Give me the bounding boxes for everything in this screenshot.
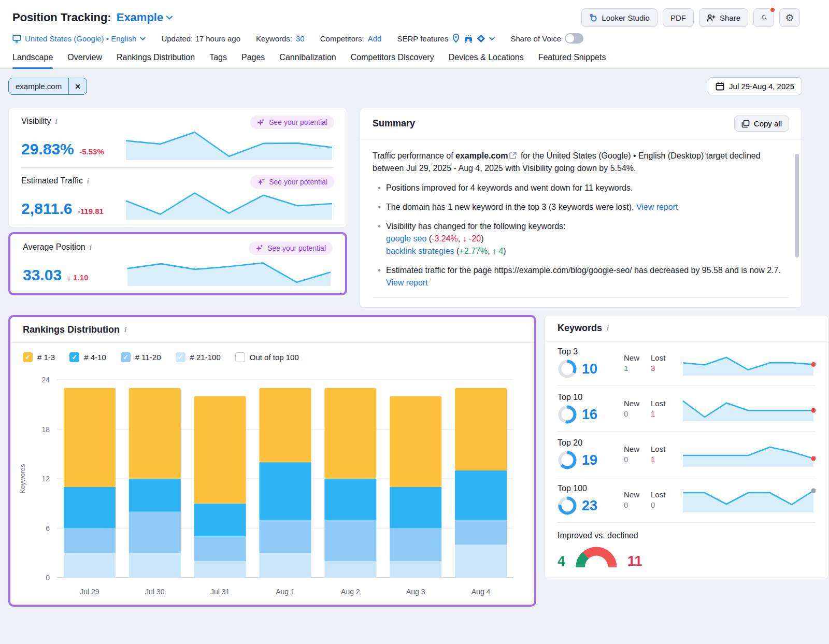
summary-text: ↓ -20 bbox=[463, 234, 481, 243]
summary-text: The domain has 1 new keyword in the top … bbox=[386, 203, 636, 211]
kw-new-lost: New0Lost1 bbox=[624, 399, 674, 418]
tab-pages[interactable]: Pages bbox=[241, 53, 265, 68]
legend-label: # 11-20 bbox=[135, 353, 161, 362]
summary-bullet: •Positions improved for 4 keywords and w… bbox=[373, 182, 783, 194]
keywords-card: Keywords i Top 310New1Lost3Top 1016New0L… bbox=[545, 315, 828, 579]
competitors-add-link[interactable]: Add bbox=[368, 34, 382, 43]
keywords-row-top-10: Top 1016New0Lost1 bbox=[545, 387, 828, 430]
average-position-sparkline bbox=[125, 254, 333, 286]
kw-sparkline bbox=[681, 442, 816, 467]
info-icon[interactable]: i bbox=[607, 324, 609, 333]
kw-lost-label: Lost bbox=[651, 445, 665, 453]
summary-bullet: •Visibility has changed for the followin… bbox=[373, 220, 783, 257]
instant-answer-icon bbox=[477, 34, 485, 43]
chip-close-icon[interactable]: ✕ bbox=[68, 78, 87, 94]
legend-checkbox--1-3[interactable]: ✓# 1-3 bbox=[23, 352, 55, 362]
keywords-row-top-3: Top 310New1Lost3 bbox=[545, 341, 828, 384]
legend-checkbox-out-of-top-100[interactable]: Out of top 100 bbox=[235, 352, 299, 362]
scrollbar-thumb[interactable] bbox=[795, 154, 799, 257]
kw-new-label: New bbox=[624, 445, 639, 453]
view-report-link[interactable]: View report bbox=[636, 203, 678, 211]
rankings-distribution-title: Rankings Distribution i bbox=[23, 324, 126, 335]
project-selector[interactable]: Example bbox=[117, 11, 173, 24]
kw-lost-value: 3 bbox=[651, 364, 665, 373]
notifications-button[interactable] bbox=[753, 8, 774, 27]
bullet-marker: • bbox=[373, 220, 386, 257]
tab-landscape[interactable]: Landscape bbox=[12, 53, 53, 68]
kw-lost-label: Lost bbox=[651, 353, 665, 362]
keywords-value-link[interactable]: 30 bbox=[296, 34, 305, 43]
tab-tags[interactable]: Tags bbox=[209, 53, 227, 68]
see-potential-pill[interactable]: See your potential bbox=[250, 116, 334, 129]
see-potential-pill[interactable]: See your potential bbox=[250, 175, 334, 189]
target-selector[interactable]: United States (Google) • English bbox=[12, 34, 146, 43]
competitors-add: Competitors: Add bbox=[320, 34, 382, 43]
tab-cannibalization[interactable]: Cannibalization bbox=[279, 53, 336, 68]
bullet-line: Estimated traffic for the page https://e… bbox=[386, 264, 783, 289]
info-icon[interactable]: i bbox=[55, 117, 58, 126]
info-icon[interactable]: i bbox=[87, 177, 89, 185]
keywords-row-top-20: Top 2019New0Lost1 bbox=[545, 433, 828, 476]
share-of-voice-toggle[interactable] bbox=[565, 33, 583, 44]
settings-button[interactable]: ⚙ bbox=[779, 8, 800, 27]
share-user-plus-icon bbox=[707, 14, 716, 22]
toggle-knob bbox=[566, 34, 574, 42]
divider bbox=[558, 522, 816, 523]
legend-checkbox--4-10[interactable]: ✓# 4-10 bbox=[69, 352, 106, 362]
kw-donut-line: 16 bbox=[558, 405, 619, 424]
sparkles-icon bbox=[255, 244, 264, 252]
estimated-traffic-delta: -119.81 bbox=[78, 207, 104, 216]
kw-lost-value: 0 bbox=[651, 500, 665, 509]
see-potential-pill[interactable]: See your potential bbox=[249, 241, 333, 255]
bell-icon bbox=[761, 13, 766, 22]
tab-devices-locations[interactable]: Devices & Locations bbox=[449, 53, 524, 68]
competitors-label: Competitors: bbox=[320, 34, 364, 43]
kw-new-value: 0 bbox=[624, 455, 639, 464]
info-icon[interactable]: i bbox=[90, 243, 92, 252]
summary-text: example.com bbox=[455, 151, 508, 160]
tab-competitors-discovery[interactable]: Competitors Discovery bbox=[351, 53, 434, 68]
summary-intro: Traffic performance of example.com for t… bbox=[373, 150, 783, 175]
bullet-line: backlink strategies (+2.77%, ↑ 4) bbox=[386, 245, 566, 257]
domain-chip-label[interactable]: example.com bbox=[9, 78, 68, 94]
average-position-label: Average Position bbox=[23, 242, 85, 252]
svg-text:Jul 30: Jul 30 bbox=[145, 588, 165, 596]
tab-overview[interactable]: Overview bbox=[67, 53, 102, 68]
desktop-icon bbox=[12, 35, 21, 42]
summary-text: , bbox=[488, 247, 492, 255]
date-range-label: Jul 29-Aug 4, 2025 bbox=[729, 82, 794, 91]
serp-features[interactable]: SERP features bbox=[397, 34, 495, 43]
summary-text: ) bbox=[503, 247, 506, 255]
view-report-link[interactable]: View report bbox=[386, 278, 428, 287]
summary-text: ↑ 4 bbox=[492, 247, 503, 255]
share-button[interactable]: Share bbox=[699, 8, 748, 27]
bullet-marker: • bbox=[373, 182, 386, 194]
keywords-title-text: Keywords bbox=[558, 323, 602, 334]
tab-rankings-distribution[interactable]: Rankings Distribution bbox=[117, 53, 195, 68]
legend-checkbox--11-20[interactable]: ✓# 11-20 bbox=[121, 352, 161, 362]
kw-lost-column: Lost1 bbox=[651, 445, 665, 464]
date-range-button[interactable]: Jul 29-Aug 4, 2025 bbox=[708, 77, 802, 95]
kw-new-label: New bbox=[624, 399, 639, 408]
estimated-traffic-value: 2,811.6 bbox=[21, 200, 72, 217]
average-position-highlight: Average Position i See your potential bbox=[8, 232, 347, 295]
info-icon[interactable]: i bbox=[124, 325, 126, 334]
pdf-button[interactable]: PDF bbox=[663, 8, 694, 27]
bullet-line: Visibility has changed for the following… bbox=[386, 220, 566, 233]
keywords-row-top-100: Top 10023New0Lost0 bbox=[545, 478, 828, 521]
kw-new-column: New1 bbox=[624, 353, 639, 373]
copy-all-button[interactable]: Copy all bbox=[734, 116, 789, 132]
bullet-content: Visibility has changed for the following… bbox=[386, 220, 566, 257]
looker-studio-button[interactable]: Looker Studio bbox=[581, 8, 658, 27]
summary-text: ) bbox=[481, 234, 483, 243]
external-link-icon[interactable] bbox=[509, 152, 517, 159]
svg-text:Aug 1: Aug 1 bbox=[276, 588, 295, 596]
summary-bullets: •Positions improved for 4 keywords and w… bbox=[373, 182, 783, 289]
view-report-link[interactable]: backlink strategies bbox=[386, 247, 454, 255]
see-potential-label: See your potential bbox=[269, 118, 327, 126]
tab-featured-snippets[interactable]: Featured Snippets bbox=[538, 53, 606, 68]
view-report-link[interactable]: google seo bbox=[386, 234, 426, 243]
bullet-content: The domain has 1 new keyword in the top … bbox=[386, 201, 678, 213]
kw-new-lost: New0Lost0 bbox=[624, 490, 674, 509]
legend-checkbox--21-100[interactable]: ✓# 21-100 bbox=[176, 352, 221, 362]
